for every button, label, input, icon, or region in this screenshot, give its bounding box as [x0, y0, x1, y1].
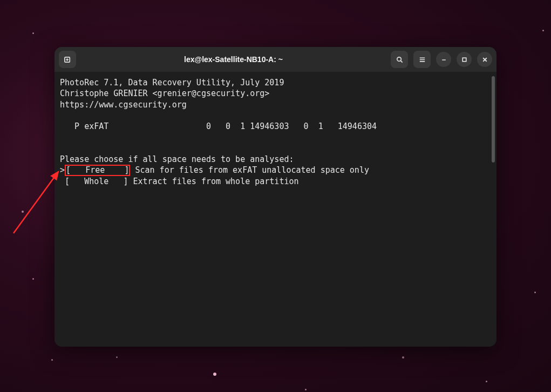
scrollbar-thumb[interactable] — [492, 76, 495, 163]
app-author-line: Christophe GRENIER <grenier@cgsecurity.o… — [60, 89, 269, 98]
prompt-line: Please choose if all space needs to be a… — [60, 154, 294, 164]
hamburger-icon — [418, 56, 426, 64]
svg-line-3 — [13, 172, 58, 233]
menu-label-whole: [ Whole ] — [65, 177, 128, 186]
app-url-line: https://www.cgsecurity.org — [60, 100, 187, 110]
new-tab-button[interactable] — [59, 51, 76, 68]
menu-desc-whole: Extract files from whole partition — [128, 177, 298, 186]
svg-point-1 — [397, 57, 401, 61]
svg-rect-2 — [462, 58, 466, 62]
menu-selector — [60, 177, 65, 186]
search-icon — [396, 56, 404, 64]
maximize-icon — [460, 56, 468, 64]
close-icon — [481, 56, 489, 64]
hamburger-menu-button[interactable] — [413, 51, 431, 68]
terminal-window: lex@lex-Satellite-NB10-A: ~ — [55, 47, 496, 347]
menu-item-whole[interactable]: [ Whole ] Extract files from whole parti… — [60, 177, 299, 186]
bg-star — [213, 373, 216, 376]
bg-star — [542, 30, 544, 31]
menu-item-free[interactable]: >[ Free ] Scan for files from exFAT unal… — [60, 165, 369, 175]
new-tab-icon — [64, 56, 72, 64]
terminal-body[interactable]: PhotoRec 7.1, Data Recovery Utility, Jul… — [55, 72, 496, 347]
bg-star — [305, 389, 307, 390]
bg-star — [32, 32, 34, 34]
menu-selector: > — [60, 165, 65, 175]
bg-star — [51, 359, 53, 361]
maximize-button[interactable] — [457, 52, 472, 67]
window-title: lex@lex-Satellite-NB10-A: ~ — [79, 55, 387, 64]
bg-star — [116, 356, 118, 358]
bg-star — [32, 278, 34, 280]
minimize-icon — [440, 56, 448, 64]
search-button[interactable] — [391, 51, 408, 68]
minimize-button[interactable] — [436, 52, 451, 67]
bg-star — [22, 211, 24, 213]
close-button[interactable] — [477, 52, 492, 67]
bg-star — [402, 356, 404, 359]
app-header-line: PhotoRec 7.1, Data Recovery Utility, Jul… — [60, 78, 284, 87]
partition-info-line: P exFAT 0 0 1 14946303 0 1 14946304 — [60, 121, 377, 131]
titlebar: lex@lex-Satellite-NB10-A: ~ — [55, 47, 496, 72]
menu-label-free: [ Free ] — [65, 165, 130, 176]
menu-desc-free: Scan for files from exFAT unallocated sp… — [130, 165, 369, 175]
bg-star — [486, 381, 487, 382]
bg-star — [534, 292, 536, 293]
